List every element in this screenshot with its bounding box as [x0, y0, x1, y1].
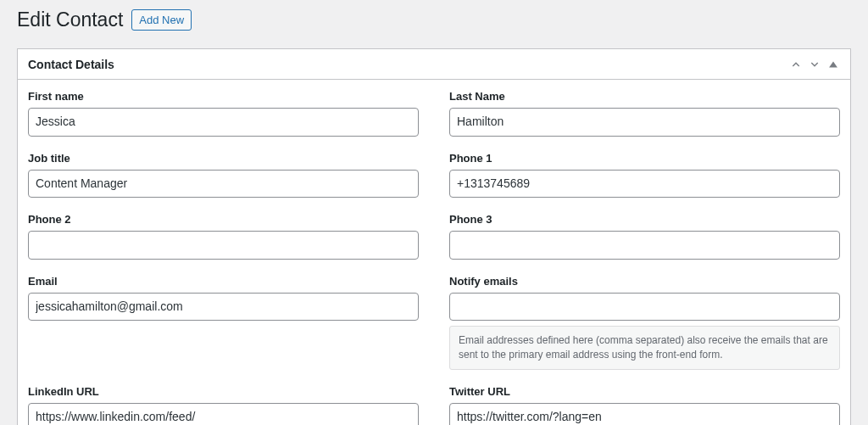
phone3-label: Phone 3	[449, 213, 840, 226]
phone1-field: Phone 1	[449, 152, 840, 199]
phone2-input[interactable]	[28, 231, 419, 260]
panel-body: First name Last Name Job title Phone 1 P	[18, 80, 850, 425]
chevron-down-icon[interactable]	[808, 58, 821, 71]
email-label: Email	[28, 275, 419, 288]
last-name-field: Last Name	[449, 90, 840, 137]
chevron-up-icon[interactable]	[789, 58, 803, 71]
contact-details-panel: Contact Details First name	[17, 48, 851, 425]
linkedin-field: LinkedIn URL	[28, 385, 419, 425]
phone2-field: Phone 2	[28, 213, 419, 260]
add-new-button[interactable]: Add New	[131, 9, 192, 31]
notify-emails-label: Notify emails	[449, 275, 840, 288]
notify-emails-field: Notify emails Email addresses defined he…	[449, 275, 840, 370]
twitter-field: Twitter URL	[449, 385, 840, 425]
phone1-input[interactable]	[449, 170, 840, 199]
notify-emails-description: Email addresses defined here (comma sepa…	[449, 326, 840, 370]
notify-emails-input[interactable]	[449, 293, 840, 322]
email-input[interactable]	[28, 293, 419, 322]
linkedin-label: LinkedIn URL	[28, 385, 419, 398]
first-name-field: First name	[28, 90, 419, 137]
first-name-input[interactable]	[28, 108, 419, 137]
phone2-label: Phone 2	[28, 213, 419, 226]
phone1-label: Phone 1	[449, 152, 840, 165]
linkedin-input[interactable]	[28, 403, 419, 425]
email-field: Email	[28, 275, 419, 370]
twitter-label: Twitter URL	[449, 385, 840, 398]
phone3-field: Phone 3	[449, 213, 840, 260]
panel-handle-actions	[789, 58, 840, 71]
last-name-label: Last Name	[449, 90, 840, 103]
last-name-input[interactable]	[449, 108, 840, 137]
page-title: Edit Contact	[17, 8, 123, 31]
page-header: Edit Contact Add New	[17, 8, 851, 31]
panel-title: Contact Details	[28, 58, 114, 71]
job-title-input[interactable]	[28, 170, 419, 199]
twitter-input[interactable]	[449, 403, 840, 425]
job-title-field: Job title	[28, 152, 419, 199]
first-name-label: First name	[28, 90, 419, 103]
phone3-input[interactable]	[449, 231, 840, 260]
triangle-up-icon[interactable]	[826, 58, 840, 71]
form-grid: First name Last Name Job title Phone 1 P	[28, 90, 840, 425]
panel-header: Contact Details	[18, 49, 850, 80]
job-title-label: Job title	[28, 152, 419, 165]
